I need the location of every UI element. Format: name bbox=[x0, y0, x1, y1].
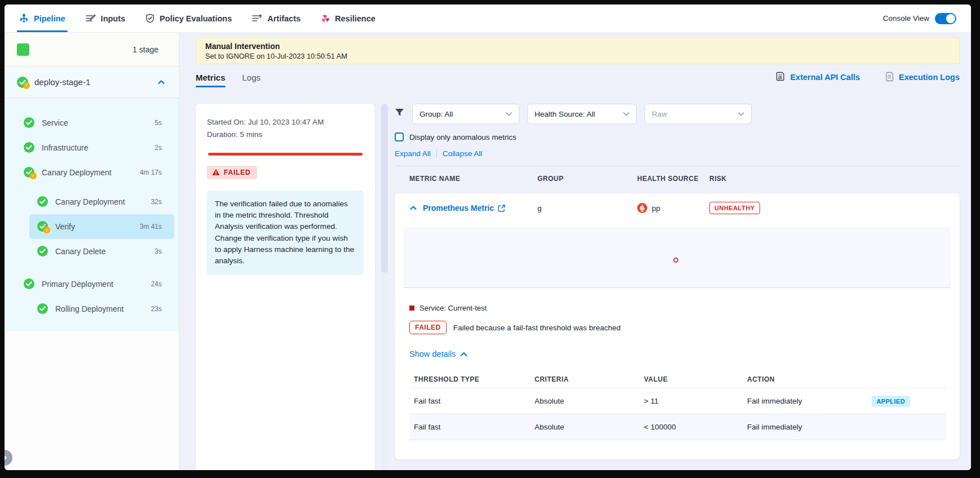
metric-view-select[interactable]: Raw bbox=[644, 104, 752, 124]
threshold-table-header: THRESHOLD TYPE CRITERIA VALUE ACTION bbox=[409, 371, 946, 388]
value-cell: > 11 bbox=[644, 397, 747, 405]
success-status-icon bbox=[24, 278, 35, 290]
svg-text:API: API bbox=[778, 77, 783, 80]
threshold-type-cell: Fail fast bbox=[414, 397, 535, 405]
scrollbar[interactable] bbox=[381, 104, 388, 470]
policy-evaluations-icon bbox=[145, 14, 154, 23]
nav-tab-pipeline[interactable]: Pipeline bbox=[19, 5, 65, 32]
status-badge: FAILED bbox=[207, 166, 257, 179]
warning-triangle-icon bbox=[212, 169, 220, 176]
metrics-panel: Group: All Health Source: All Raw bbox=[395, 104, 960, 470]
anomalous-checkbox-label: Display only anomalous metrics bbox=[409, 133, 517, 141]
show-details-toggle[interactable]: Show details bbox=[404, 349, 951, 358]
threshold-row: Fail fast Absolute < 100000 Fail immedia… bbox=[409, 414, 946, 440]
execution-logs-link[interactable]: Execution Logs bbox=[886, 72, 960, 83]
action-cell: Fail immediately APPLIED bbox=[747, 396, 946, 407]
external-link-icon bbox=[498, 205, 505, 212]
sidebar-collapse-handle[interactable] bbox=[5, 450, 12, 466]
external-api-calls-link[interactable]: API External API Calls bbox=[776, 72, 860, 83]
analysis-reason: Failed because a fail-fast threshold was… bbox=[453, 324, 621, 332]
sidebar-step-verify[interactable]: ! Verify 3m 41s bbox=[29, 214, 174, 239]
success-status-icon bbox=[37, 196, 48, 207]
top-navigation: Pipeline Inputs Policy Evaluations Artif… bbox=[5, 5, 971, 33]
anomalous-checkbox[interactable] bbox=[395, 132, 404, 141]
chevron-down-icon bbox=[738, 112, 744, 116]
verification-summary-card: Started On: Jul 10, 2023 10:47 AM Durati… bbox=[196, 104, 375, 470]
sidebar-step-rolling-deployment[interactable]: Rolling Deployment 23s bbox=[5, 296, 179, 321]
app-window: Pipeline Inputs Policy Evaluations Artif… bbox=[5, 5, 971, 470]
analysis-status-badge: FAILED bbox=[409, 321, 447, 334]
threshold-row: Fail fast Absolute > 11 Fail immediately… bbox=[409, 388, 946, 414]
success-status-icon bbox=[37, 246, 48, 257]
sidebar-step-service[interactable]: Service 5s bbox=[5, 110, 179, 135]
health-source-filter-select[interactable]: Health Source: All bbox=[527, 104, 637, 124]
banner-subtitle: Set to IGNORE on 10-Jul-2023 10:50:51 AM bbox=[205, 52, 950, 60]
artifacts-icon bbox=[252, 14, 262, 23]
legend-swatch bbox=[409, 306, 414, 311]
console-view-control: Console View bbox=[883, 13, 956, 24]
tab-metrics[interactable]: Metrics bbox=[196, 64, 226, 90]
threshold-table: THRESHOLD TYPE CRITERIA VALUE ACTION Fai… bbox=[409, 371, 946, 440]
sidebar-step-canary-deployment[interactable]: Canary Deployment 32s bbox=[5, 189, 179, 214]
execution-sidebar: 1 stage ! deploy-stage-1 Service 5s Infr… bbox=[5, 33, 179, 470]
chevron-up-icon[interactable] bbox=[157, 78, 165, 86]
sidebar-step-infrastructure[interactable]: Infrastructure 2s bbox=[5, 135, 179, 160]
inputs-icon bbox=[86, 14, 96, 23]
risk-badge: UNHEALTHY bbox=[709, 202, 760, 214]
metrics-table-header: METRIC NAME GROUP HEALTH SOURCE RISK bbox=[395, 172, 960, 185]
chart-data-point[interactable] bbox=[673, 258, 678, 263]
filter-icon bbox=[395, 108, 404, 119]
metric-row: Prometheus Metric g pp UNHEALTHY bbox=[404, 193, 951, 223]
prometheus-icon bbox=[637, 203, 647, 213]
view-tabs-row: Metrics Logs API External API Calls Exec… bbox=[196, 64, 960, 90]
stage-name: deploy-stage-1 bbox=[34, 77, 90, 87]
metric-health-source: pp bbox=[637, 203, 709, 213]
sidebar-step-canary-deployment[interactable]: ! Canary Deployment 4m 17s bbox=[5, 160, 179, 185]
expand-collapse-row: Expand All Collapse All bbox=[395, 149, 960, 158]
chevron-up-icon bbox=[460, 352, 467, 357]
filter-row: Group: All Health Source: All Raw bbox=[395, 104, 960, 124]
stage-count: 1 stage bbox=[133, 45, 158, 54]
success-warning-status-icon: ! bbox=[17, 77, 28, 88]
applied-badge: APPLIED bbox=[872, 396, 910, 407]
analysis-result-row: FAILED Failed because a fail-fast thresh… bbox=[404, 320, 951, 335]
action-cell: Fail immediately bbox=[747, 423, 946, 431]
group-filter-select[interactable]: Group: All bbox=[412, 104, 519, 124]
criteria-cell: Absolute bbox=[535, 397, 644, 405]
criteria-cell: Absolute bbox=[535, 423, 644, 431]
console-view-label: Console View bbox=[883, 14, 929, 23]
collapse-metric-chevron-icon[interactable] bbox=[409, 204, 423, 212]
metric-group: g bbox=[537, 204, 637, 213]
sidebar-step-primary-deployment[interactable]: Primary Deployment 24s bbox=[5, 272, 179, 296]
nav-tab-artifacts[interactable]: Artifacts bbox=[252, 5, 301, 32]
nav-tab-resilience[interactable]: Resilience bbox=[321, 5, 376, 32]
started-on: Started On: Jul 10, 2023 10:47 AM bbox=[207, 116, 364, 129]
nav-tab-policy-evaluations[interactable]: Policy Evaluations bbox=[145, 5, 232, 32]
metric-name-link[interactable]: Prometheus Metric bbox=[423, 203, 537, 213]
verification-message: The verification failed due to anomalies… bbox=[207, 191, 364, 275]
sidebar-header: 1 stage bbox=[5, 33, 179, 67]
success-status-icon bbox=[37, 303, 48, 315]
external-api-calls-icon: API bbox=[776, 72, 785, 83]
step-list: Service 5s Infrastructure 2s ! Canary De… bbox=[5, 98, 179, 331]
sidebar-step-canary-delete[interactable]: Canary Delete 3s bbox=[5, 239, 179, 264]
success-warning-status-icon: ! bbox=[37, 221, 48, 232]
banner-title: Manual Intervention bbox=[205, 42, 950, 51]
chevron-down-icon bbox=[623, 112, 629, 116]
duration: Duration: 5 mins bbox=[207, 129, 364, 141]
scrollbar-thumb[interactable] bbox=[381, 104, 388, 273]
legend-label: Service: Current-test bbox=[420, 304, 487, 312]
anomalous-filter: Display only anomalous metrics bbox=[395, 132, 960, 141]
metric-chart bbox=[404, 227, 951, 288]
threshold-type-cell: Fail fast bbox=[414, 423, 535, 431]
console-view-toggle[interactable] bbox=[935, 13, 956, 24]
warning-overlay-icon: ! bbox=[30, 172, 37, 179]
nav-tab-inputs[interactable]: Inputs bbox=[86, 5, 126, 32]
warning-overlay-icon: ! bbox=[23, 82, 30, 89]
stage-row[interactable]: ! deploy-stage-1 bbox=[5, 67, 179, 98]
expand-all-link[interactable]: Expand All bbox=[395, 149, 431, 158]
main-panel: Manual Intervention Set to IGNORE on 10-… bbox=[179, 33, 971, 470]
tab-logs[interactable]: Logs bbox=[242, 64, 261, 90]
chart-legend: Service: Current-test bbox=[404, 304, 951, 312]
collapse-all-link[interactable]: Collapse All bbox=[443, 149, 483, 158]
